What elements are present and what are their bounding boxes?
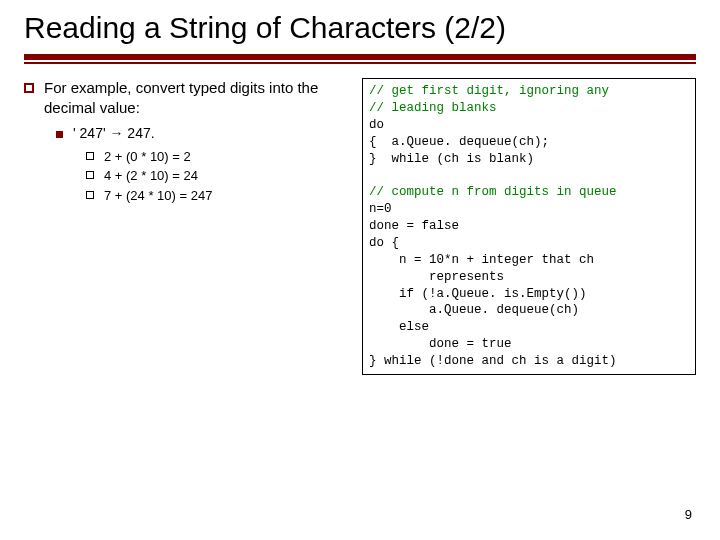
content-row: For example, convert typed digits into t… <box>24 78 696 375</box>
code-line: { a.Queue. dequeue(ch); <box>369 135 549 149</box>
step-2: 4 + (2 * 10) = 24 <box>104 166 198 186</box>
code-comment: // leading blanks <box>369 101 497 115</box>
example-label: ' 247' → 247. <box>73 125 155 141</box>
code-comment: // get first digit, ignoring any <box>369 84 609 98</box>
bullet-level1: For example, convert typed digits into t… <box>24 78 348 119</box>
code-box: // get first digit, ignoring any // lead… <box>362 78 696 375</box>
step-3: 7 + (24 * 10) = 247 <box>104 186 212 206</box>
code-line: represents <box>369 270 504 284</box>
page-number: 9 <box>685 507 692 522</box>
bullet-level3: 4 + (2 * 10) = 24 <box>86 166 348 186</box>
slide: Reading a String of Characters (2/2) For… <box>0 0 720 540</box>
code-line: a.Queue. dequeue(ch) <box>369 303 579 317</box>
code-line: done = false <box>369 219 459 233</box>
code-comment: // compute n from digits in queue <box>369 185 617 199</box>
bullet-level2: ' 247' → 247. <box>56 125 348 141</box>
step-1: 2 + (0 * 10) = 2 <box>104 147 191 167</box>
intro-text: For example, convert typed digits into t… <box>44 78 348 119</box>
code-line: do <box>369 118 384 132</box>
code-line: else <box>369 320 429 334</box>
code-line: if (!a.Queue. is.Empty()) <box>369 287 587 301</box>
left-column: For example, convert typed digits into t… <box>24 78 348 375</box>
bullet-level3: 7 + (24 * 10) = 247 <box>86 186 348 206</box>
code-line: done = true <box>369 337 512 351</box>
open-box-icon <box>86 152 94 160</box>
slide-title: Reading a String of Characters (2/2) <box>24 10 696 46</box>
code-line: n=0 <box>369 202 392 216</box>
open-box-icon <box>86 171 94 179</box>
open-box-icon <box>86 191 94 199</box>
code-line: do { <box>369 236 399 250</box>
bullet-level3: 2 + (0 * 10) = 2 <box>86 147 348 167</box>
divider-thin <box>24 62 696 64</box>
divider-thick <box>24 54 696 60</box>
code-line: n = 10*n + integer that ch <box>369 253 594 267</box>
open-square-icon <box>24 83 34 93</box>
code-line: } while (ch is blank) <box>369 152 534 166</box>
filled-square-icon <box>56 131 63 138</box>
code-line: } while (!done and ch is a digit) <box>369 354 617 368</box>
